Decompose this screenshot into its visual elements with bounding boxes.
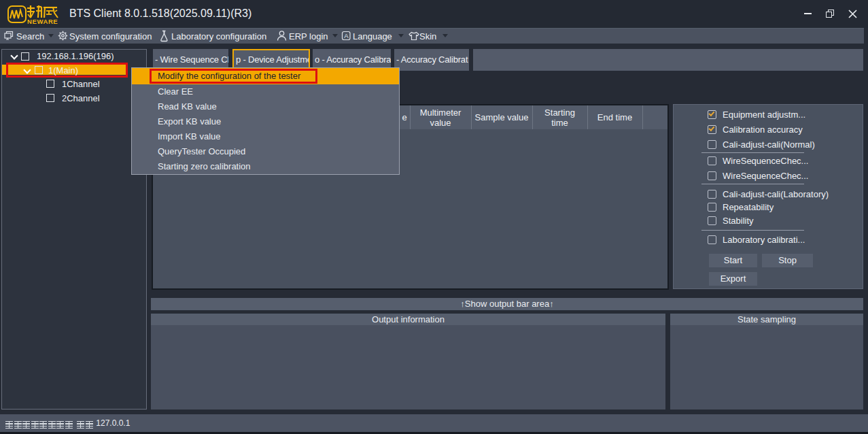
svg-text:NEWARE: NEWARE bbox=[27, 18, 58, 25]
svg-text:A: A bbox=[344, 32, 349, 39]
